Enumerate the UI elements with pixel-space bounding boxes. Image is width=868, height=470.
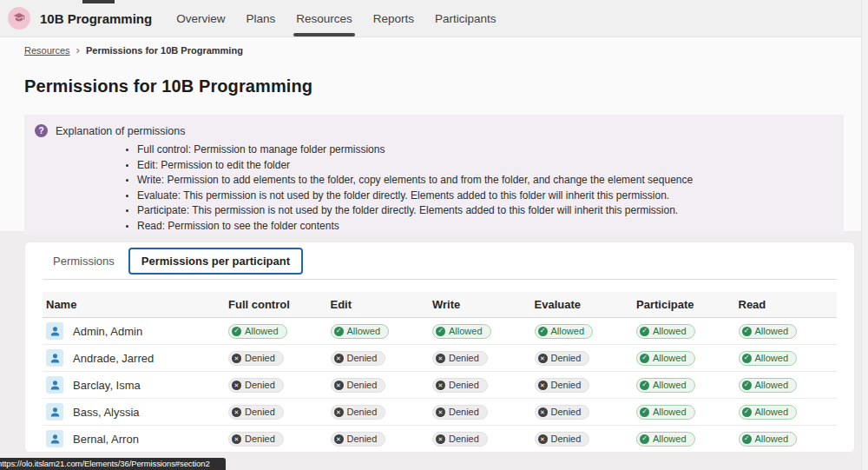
- badge-label: Allowed: [755, 353, 789, 363]
- check-icon: [742, 327, 752, 336]
- permission-cell: Denied: [327, 351, 430, 366]
- badge-label: Allowed: [347, 326, 381, 336]
- badge-label: Denied: [449, 353, 479, 363]
- tab-permissions[interactable]: Permissions: [43, 248, 125, 275]
- cross-icon: [436, 354, 445, 363]
- course-avatar[interactable]: [8, 7, 30, 30]
- vertical-scrollbar[interactable]: [861, 0, 868, 470]
- check-icon: [640, 327, 649, 336]
- cross-icon: [334, 407, 344, 417]
- cross-icon: [436, 381, 445, 390]
- allowed-badge: Allowed: [739, 324, 798, 339]
- check-icon: [640, 354, 649, 363]
- column-header-edit: Edit: [327, 298, 430, 311]
- cross-icon: [436, 434, 445, 444]
- permission-cell: Denied: [429, 405, 531, 420]
- badge-label: Allowed: [551, 326, 585, 336]
- top-navigation: 10B Programming Overview Plans Resources…: [0, 0, 868, 37]
- breadcrumb-current: Permissions for 10B Programming: [86, 45, 243, 56]
- course-title[interactable]: 10B Programming: [40, 11, 152, 26]
- table-row: Andrade, Jarred DeniedDeniedDeniedDenied…: [43, 345, 837, 372]
- cross-icon: [538, 354, 548, 363]
- badge-label: Denied: [347, 434, 378, 444]
- nav-item-reports[interactable]: Reports: [363, 0, 424, 37]
- person-icon: [46, 430, 63, 447]
- explanation-title: Explanation of permissions: [56, 125, 185, 137]
- column-header-name: Name: [43, 298, 225, 311]
- nav-item-overview[interactable]: Overview: [166, 0, 235, 37]
- participant-name-cell: Bernal, Arron: [43, 430, 225, 447]
- badge-label: Denied: [347, 407, 378, 417]
- badge-label: Denied: [551, 353, 582, 363]
- allowed-badge: Allowed: [636, 405, 695, 420]
- table-row: Admin, Admin AllowedAllowedAllowedAllowe…: [43, 318, 837, 345]
- permission-cell: Allowed: [633, 324, 735, 339]
- allowed-badge: Allowed: [535, 324, 594, 339]
- permissions-explanation-box: ? Explanation of permissions Full contro…: [24, 115, 844, 234]
- permission-cell: Denied: [327, 432, 430, 447]
- permission-cell: Denied: [531, 378, 634, 393]
- denied-badge: Denied: [432, 405, 488, 420]
- allowed-badge: Allowed: [636, 351, 695, 366]
- badge-label: Denied: [551, 407, 582, 417]
- column-header-participate: Participate: [633, 298, 735, 311]
- breadcrumb-chevron-icon: ›: [76, 45, 80, 55]
- permission-cell: Allowed: [429, 324, 531, 339]
- permission-cell: Allowed: [225, 324, 327, 339]
- help-icon: ?: [35, 124, 48, 137]
- permission-cell: Denied: [225, 432, 327, 447]
- page-title: Permissions for 10B Programming: [24, 76, 844, 96]
- permission-cell: Denied: [225, 378, 327, 393]
- explanation-bullet: Evaluate: This permission is not used by…: [137, 189, 830, 204]
- badge-label: Denied: [449, 434, 479, 444]
- cross-icon: [538, 407, 548, 417]
- denied-badge: Denied: [432, 432, 488, 447]
- table-body: Admin, Admin AllowedAllowedAllowedAllowe…: [43, 318, 837, 453]
- badge-label: Allowed: [653, 326, 687, 336]
- nav-item-plans[interactable]: Plans: [235, 0, 286, 37]
- allowed-badge: Allowed: [636, 378, 695, 393]
- badge-label: Allowed: [755, 407, 789, 417]
- badge-label: Allowed: [755, 326, 789, 336]
- explanation-bullet: Full control: Permission to manage folde…: [137, 142, 830, 158]
- denied-badge: Denied: [432, 378, 488, 393]
- badge-label: Denied: [449, 380, 479, 390]
- badge-label: Allowed: [653, 353, 687, 363]
- badge-label: Allowed: [653, 434, 687, 444]
- denied-badge: Denied: [535, 432, 590, 447]
- denied-badge: Denied: [331, 378, 386, 393]
- permissions-table: Name Full control Edit Write Evaluate Pa…: [43, 292, 837, 453]
- permission-cell: Denied: [225, 351, 327, 366]
- allowed-badge: Allowed: [331, 324, 390, 339]
- permission-cell: Allowed: [633, 432, 735, 447]
- page-header-section: Resources › Permissions for 10B Programm…: [0, 37, 868, 231]
- permission-cell: Denied: [531, 432, 634, 447]
- permission-cell: Denied: [429, 378, 531, 393]
- allowed-badge: Allowed: [739, 405, 798, 420]
- person-icon: [46, 322, 63, 340]
- tabs-divider: [43, 279, 837, 280]
- badge-label: Denied: [551, 380, 582, 390]
- denied-badge: Denied: [228, 432, 284, 447]
- column-header-read: Read: [735, 298, 838, 311]
- breadcrumb-resources-link[interactable]: Resources: [24, 45, 70, 56]
- nav-item-participants[interactable]: Participants: [424, 0, 507, 37]
- person-icon: [46, 376, 63, 394]
- denied-badge: Denied: [535, 405, 590, 420]
- badge-label: Allowed: [755, 434, 789, 444]
- badge-label: Denied: [245, 353, 275, 363]
- nav-item-resources[interactable]: Resources: [286, 0, 363, 37]
- cross-icon: [334, 354, 344, 363]
- participant-name-cell: Admin, Admin: [43, 322, 225, 340]
- tab-permissions-per-participant[interactable]: Permissions per participant: [128, 248, 303, 275]
- permission-cell: Denied: [531, 405, 634, 420]
- permission-cell: Denied: [429, 351, 531, 366]
- badge-label: Allowed: [449, 326, 483, 336]
- denied-badge: Denied: [535, 351, 590, 366]
- table-row: Bernal, Arron DeniedDeniedDeniedDeniedAl…: [43, 426, 837, 453]
- check-icon: [640, 434, 649, 444]
- permission-cell: Allowed: [531, 324, 634, 339]
- check-icon: [742, 354, 752, 363]
- participant-name-cell: Bass, Alyssia: [43, 403, 225, 420]
- check-icon: [742, 381, 752, 390]
